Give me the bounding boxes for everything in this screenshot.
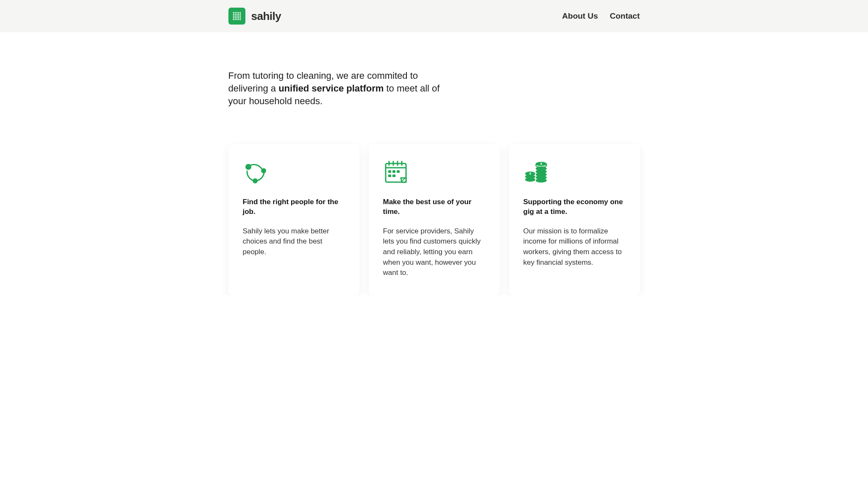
- nav-contact[interactable]: Contact: [610, 11, 640, 21]
- main-content: From tutoring to cleaning, we are commit…: [128, 32, 740, 295]
- svg-rect-37: [388, 175, 391, 177]
- card-body: Sahily lets you make better choices and …: [243, 226, 345, 258]
- svg-rect-34: [388, 170, 391, 173]
- svg-rect-38: [392, 175, 395, 177]
- svg-point-12: [236, 16, 237, 17]
- svg-point-8: [238, 14, 239, 15]
- svg-point-3: [238, 12, 239, 14]
- svg-point-17: [236, 17, 237, 19]
- network-icon: [243, 159, 268, 185]
- svg-point-22: [236, 19, 237, 20]
- svg-point-5: [233, 14, 234, 15]
- svg-point-11: [234, 16, 236, 17]
- svg-text:$: $: [529, 172, 531, 175]
- svg-point-15: [233, 17, 234, 19]
- svg-point-13: [238, 16, 239, 17]
- coins-icon: $ $: [523, 159, 549, 185]
- card-use-time: Make the best use of your time. For serv…: [369, 144, 500, 295]
- feature-cards: Find the right people for the job. Sahil…: [228, 144, 640, 295]
- svg-point-21: [234, 19, 236, 20]
- svg-point-19: [239, 17, 241, 19]
- svg-point-26: [261, 168, 266, 173]
- svg-point-47: [536, 178, 547, 183]
- card-title: Make the best use of your time.: [383, 197, 485, 217]
- svg-point-14: [239, 16, 241, 17]
- card-find-people: Find the right people for the job. Sahil…: [228, 144, 359, 295]
- card-title: Supporting the economy one gig at a time…: [523, 197, 626, 217]
- logo-mark-icon: [228, 8, 245, 25]
- logo-text: sahily: [251, 10, 281, 23]
- svg-point-25: [245, 164, 251, 170]
- svg-point-24: [239, 19, 241, 20]
- svg-point-27: [253, 178, 258, 183]
- card-economy: $ $ Supporting the economy one gig at a …: [509, 144, 640, 295]
- primary-nav: About Us Contact: [562, 11, 640, 21]
- svg-point-7: [236, 14, 237, 15]
- logo[interactable]: sahily: [228, 8, 281, 25]
- svg-point-6: [234, 14, 236, 15]
- svg-rect-36: [397, 170, 400, 173]
- hero-text: From tutoring to cleaning, we are commit…: [228, 69, 445, 108]
- svg-point-10: [233, 16, 234, 17]
- svg-point-20: [233, 19, 234, 20]
- svg-point-1: [234, 12, 236, 14]
- svg-text:$: $: [540, 162, 542, 166]
- svg-point-50: [525, 177, 535, 182]
- site-header: sahily About Us Contact: [0, 0, 868, 32]
- card-body: For service providers, Sahily lets you f…: [383, 226, 485, 278]
- svg-point-16: [234, 17, 236, 19]
- nav-about[interactable]: About Us: [562, 11, 598, 21]
- svg-point-23: [238, 19, 239, 20]
- svg-rect-35: [392, 170, 395, 173]
- calendar-icon: [383, 159, 409, 185]
- svg-point-9: [239, 14, 241, 15]
- card-body: Our mission is to formalize income for m…: [523, 226, 626, 268]
- svg-point-4: [239, 12, 241, 14]
- svg-point-0: [233, 12, 234, 14]
- svg-point-2: [236, 12, 237, 14]
- hero-bold: unified service platform: [278, 83, 384, 94]
- card-title: Find the right people for the job.: [243, 197, 345, 217]
- svg-point-18: [238, 17, 239, 19]
